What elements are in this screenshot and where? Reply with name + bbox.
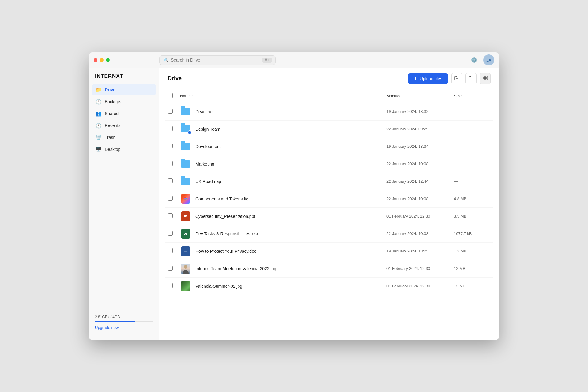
search-icon: 🔍 (163, 58, 168, 62)
svg-rect-1 (485, 76, 487, 78)
new-folder-button[interactable] (451, 73, 462, 84)
upload-icon: ⬆ (414, 76, 417, 81)
column-header-size[interactable]: Size (454, 94, 491, 98)
file-modified: 01 February 2024. 12:30 (386, 266, 454, 271)
search-input[interactable] (171, 58, 260, 62)
file-modified: 22 January 2024. 10:08 (386, 162, 454, 166)
upload-button[interactable]: ⬆ Upload files (408, 73, 448, 84)
svg-rect-0 (483, 76, 485, 78)
file-icon (180, 193, 191, 204)
table-row[interactable]: How to Protect Your Privacy.doc 19 Janua… (165, 243, 493, 260)
sidebar-footer: 2.81GB of 4GB Upgrade now (89, 310, 159, 335)
sidebar-item-desktop[interactable]: 🖥️ Desktop (92, 144, 156, 155)
row-checkbox[interactable] (168, 283, 173, 288)
svg-rect-7 (184, 198, 186, 199)
backups-icon: 🕐 (96, 99, 102, 105)
table-row[interactable]: Internxt Team Meetup in Valencia 2022.jp… (165, 260, 493, 278)
file-modified: 19 January 2024. 13:32 (386, 109, 454, 114)
file-icon (180, 246, 191, 257)
row-checkbox[interactable] (168, 248, 173, 253)
table-row[interactable]: Cybersecurity_Presentation.ppt 01 Februa… (165, 208, 493, 225)
table-row[interactable]: 👤 Design Team 22 January 2024. 09:29 — (165, 121, 493, 138)
row-checkbox-cell (168, 196, 180, 202)
file-modified: 22 January 2024. 10:08 (386, 196, 454, 201)
table-row[interactable]: UX Roadmap 22 January 2024. 12:44 — (165, 173, 493, 190)
file-name: Development (195, 144, 386, 149)
sidebar-item-recents[interactable]: 🕐 Recents (92, 120, 156, 131)
file-modified: 22 January 2024. 09:29 (386, 127, 454, 131)
content-header: Drive ⬆ Upload files (159, 68, 499, 89)
minimize-button[interactable] (100, 58, 104, 62)
row-checkbox-cell (168, 178, 180, 185)
upload-label: Upload files (420, 76, 442, 81)
row-checkbox[interactable] (168, 266, 173, 271)
row-checkbox[interactable] (168, 109, 173, 114)
table-row[interactable]: Components and Tokens.fig 22 January 202… (165, 190, 493, 208)
svg-rect-8 (184, 199, 186, 200)
sidebar-item-trash[interactable]: 🗑️ Trash (92, 132, 156, 143)
settings-button[interactable]: ⚙️ (469, 54, 480, 65)
file-size: 12 MB (454, 284, 491, 288)
file-icon (180, 176, 191, 187)
maximize-button[interactable] (106, 58, 110, 62)
jpg-thumbnail (181, 264, 190, 274)
new-folder-alt-button[interactable] (466, 73, 477, 84)
row-checkbox[interactable] (168, 213, 173, 218)
grid-icon (482, 75, 488, 82)
jpg-thumbnail (181, 281, 190, 291)
file-name: How to Protect Your Privacy.doc (195, 249, 386, 254)
row-checkbox[interactable] (168, 178, 173, 183)
sidebar-item-backups[interactable]: 🕐 Backups (92, 96, 156, 107)
file-size: 3.5 MB (454, 214, 491, 218)
header-checkbox-cell (168, 93, 180, 99)
file-name: UX Roadmap (195, 179, 386, 184)
row-checkbox[interactable] (168, 126, 173, 131)
xlsx-file-icon (181, 229, 190, 239)
titlebar: 🔍 ⌘F ⚙️ JA (89, 52, 499, 68)
file-size: — (454, 162, 491, 166)
upgrade-link[interactable]: Upgrade now (95, 325, 119, 330)
drive-icon: 📁 (96, 87, 102, 93)
shared-icon: 👥 (96, 111, 102, 117)
file-name: Internxt Team Meetup in Valencia 2022.jp… (195, 266, 386, 271)
table-row[interactable]: Development 19 January 2024. 13:34 — (165, 138, 493, 155)
main-window: 🔍 ⌘F ⚙️ JA INTERNXT 📁 Drive 🕐 (89, 52, 499, 340)
file-icon (180, 263, 191, 274)
file-size: — (454, 144, 491, 149)
row-checkbox[interactable] (168, 196, 173, 201)
column-header-name[interactable]: Name ↑ (180, 94, 386, 98)
table-row[interactable]: Dev Tasks & Responsibilities.xlsx 22 Jan… (165, 225, 493, 243)
trash-icon: 🗑️ (96, 135, 102, 140)
select-all-checkbox[interactable] (168, 93, 173, 98)
file-size: 1.2 MB (454, 249, 491, 253)
file-modified: 22 January 2024. 12:44 (386, 179, 454, 184)
row-checkbox[interactable] (168, 231, 173, 236)
desktop-icon: 🖥️ (96, 147, 102, 152)
header-actions: ⬆ Upload files (408, 73, 491, 84)
file-size: — (454, 127, 491, 131)
file-name: Cybersecurity_Presentation.ppt (195, 214, 386, 219)
sidebar-item-drive[interactable]: 📁 Drive (92, 84, 156, 95)
table-row[interactable]: Deadlines 19 January 2024. 13:32 — (165, 103, 493, 121)
avatar-button[interactable]: JA (483, 54, 494, 65)
file-size: 1077.7 kB (454, 231, 491, 236)
sidebar-item-shared[interactable]: 👥 Shared (92, 108, 156, 119)
row-checkbox-cell (168, 126, 180, 132)
row-checkbox[interactable] (168, 144, 173, 148)
sidebar-label-trash: Trash (105, 135, 115, 140)
row-checkbox[interactable] (168, 161, 173, 166)
grid-view-button[interactable] (480, 73, 491, 84)
file-icon (180, 228, 191, 239)
file-name: Design Team (195, 127, 386, 132)
table-row[interactable]: Valencia-Summer-02.jpg 01 February 2024.… (165, 278, 493, 295)
row-checkbox-cell (168, 266, 180, 272)
table-row[interactable]: Marketing 22 January 2024. 10:08 — (165, 155, 493, 173)
file-modified: 01 February 2024. 12:30 (386, 214, 454, 218)
file-name: Deadlines (195, 109, 386, 114)
file-icon (180, 141, 191, 152)
file-name: Components and Tokens.fig (195, 196, 386, 201)
close-button[interactable] (94, 58, 97, 62)
column-header-modified[interactable]: Modified (386, 94, 454, 98)
sidebar-label-shared: Shared (105, 111, 119, 116)
doc-file-icon (181, 246, 190, 256)
